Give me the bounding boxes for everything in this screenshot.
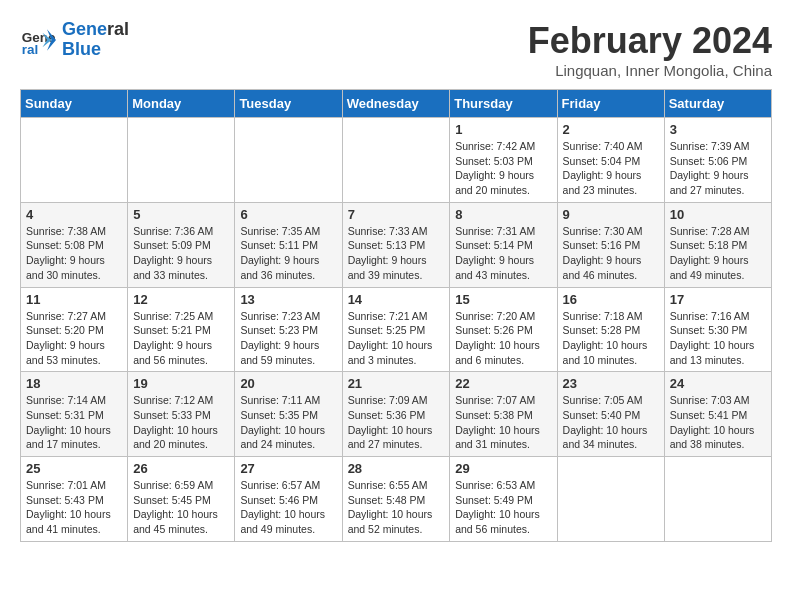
day-info: Sunrise: 7:21 AM Sunset: 5:25 PM Dayligh… [348, 309, 445, 368]
day-number: 21 [348, 376, 445, 391]
calendar-header-tuesday: Tuesday [235, 90, 342, 118]
calendar-cell: 26Sunrise: 6:59 AM Sunset: 5:45 PM Dayli… [128, 457, 235, 542]
day-info: Sunrise: 7:05 AM Sunset: 5:40 PM Dayligh… [563, 393, 659, 452]
calendar-cell: 24Sunrise: 7:03 AM Sunset: 5:41 PM Dayli… [664, 372, 771, 457]
day-number: 8 [455, 207, 551, 222]
calendar-cell: 13Sunrise: 7:23 AM Sunset: 5:23 PM Dayli… [235, 287, 342, 372]
day-info: Sunrise: 7:12 AM Sunset: 5:33 PM Dayligh… [133, 393, 229, 452]
day-info: Sunrise: 7:38 AM Sunset: 5:08 PM Dayligh… [26, 224, 122, 283]
day-number: 28 [348, 461, 445, 476]
day-number: 11 [26, 292, 122, 307]
day-number: 17 [670, 292, 766, 307]
page-header: Gene ral GeneralBlue February 2024 Lingq… [20, 20, 772, 79]
day-info: Sunrise: 7:42 AM Sunset: 5:03 PM Dayligh… [455, 139, 551, 198]
calendar-cell: 16Sunrise: 7:18 AM Sunset: 5:28 PM Dayli… [557, 287, 664, 372]
calendar-cell: 4Sunrise: 7:38 AM Sunset: 5:08 PM Daylig… [21, 202, 128, 287]
title-block: February 2024 Lingquan, Inner Mongolia, … [528, 20, 772, 79]
day-info: Sunrise: 7:31 AM Sunset: 5:14 PM Dayligh… [455, 224, 551, 283]
day-number: 13 [240, 292, 336, 307]
calendar-cell [557, 457, 664, 542]
svg-text:ral: ral [22, 42, 39, 57]
calendar-cell: 11Sunrise: 7:27 AM Sunset: 5:20 PM Dayli… [21, 287, 128, 372]
calendar-cell: 7Sunrise: 7:33 AM Sunset: 5:13 PM Daylig… [342, 202, 450, 287]
day-number: 29 [455, 461, 551, 476]
calendar-cell: 19Sunrise: 7:12 AM Sunset: 5:33 PM Dayli… [128, 372, 235, 457]
day-info: Sunrise: 6:55 AM Sunset: 5:48 PM Dayligh… [348, 478, 445, 537]
calendar-cell: 8Sunrise: 7:31 AM Sunset: 5:14 PM Daylig… [450, 202, 557, 287]
calendar-header-thursday: Thursday [450, 90, 557, 118]
day-info: Sunrise: 7:25 AM Sunset: 5:21 PM Dayligh… [133, 309, 229, 368]
day-info: Sunrise: 7:03 AM Sunset: 5:41 PM Dayligh… [670, 393, 766, 452]
calendar-cell: 29Sunrise: 6:53 AM Sunset: 5:49 PM Dayli… [450, 457, 557, 542]
calendar-cell: 27Sunrise: 6:57 AM Sunset: 5:46 PM Dayli… [235, 457, 342, 542]
day-info: Sunrise: 7:35 AM Sunset: 5:11 PM Dayligh… [240, 224, 336, 283]
day-number: 19 [133, 376, 229, 391]
logo-blue: Blue [62, 39, 101, 59]
calendar-week-4: 18Sunrise: 7:14 AM Sunset: 5:31 PM Dayli… [21, 372, 772, 457]
calendar-cell: 14Sunrise: 7:21 AM Sunset: 5:25 PM Dayli… [342, 287, 450, 372]
calendar-cell [128, 118, 235, 203]
calendar-cell: 3Sunrise: 7:39 AM Sunset: 5:06 PM Daylig… [664, 118, 771, 203]
calendar-header-wednesday: Wednesday [342, 90, 450, 118]
day-info: Sunrise: 7:20 AM Sunset: 5:26 PM Dayligh… [455, 309, 551, 368]
calendar-header-row: SundayMondayTuesdayWednesdayThursdayFrid… [21, 90, 772, 118]
calendar-cell: 5Sunrise: 7:36 AM Sunset: 5:09 PM Daylig… [128, 202, 235, 287]
day-info: Sunrise: 7:18 AM Sunset: 5:28 PM Dayligh… [563, 309, 659, 368]
day-info: Sunrise: 7:14 AM Sunset: 5:31 PM Dayligh… [26, 393, 122, 452]
logo: Gene ral GeneralBlue [20, 20, 129, 60]
calendar-week-5: 25Sunrise: 7:01 AM Sunset: 5:43 PM Dayli… [21, 457, 772, 542]
day-number: 20 [240, 376, 336, 391]
calendar-header-friday: Friday [557, 90, 664, 118]
calendar-cell: 10Sunrise: 7:28 AM Sunset: 5:18 PM Dayli… [664, 202, 771, 287]
calendar-cell: 2Sunrise: 7:40 AM Sunset: 5:04 PM Daylig… [557, 118, 664, 203]
calendar-cell [21, 118, 128, 203]
calendar-header-sunday: Sunday [21, 90, 128, 118]
day-number: 10 [670, 207, 766, 222]
calendar-header-monday: Monday [128, 90, 235, 118]
calendar-cell: 9Sunrise: 7:30 AM Sunset: 5:16 PM Daylig… [557, 202, 664, 287]
day-number: 2 [563, 122, 659, 137]
calendar-cell [664, 457, 771, 542]
calendar-cell: 20Sunrise: 7:11 AM Sunset: 5:35 PM Dayli… [235, 372, 342, 457]
day-info: Sunrise: 6:59 AM Sunset: 5:45 PM Dayligh… [133, 478, 229, 537]
day-number: 9 [563, 207, 659, 222]
calendar-cell: 6Sunrise: 7:35 AM Sunset: 5:11 PM Daylig… [235, 202, 342, 287]
day-number: 5 [133, 207, 229, 222]
calendar-cell: 12Sunrise: 7:25 AM Sunset: 5:21 PM Dayli… [128, 287, 235, 372]
day-info: Sunrise: 7:09 AM Sunset: 5:36 PM Dayligh… [348, 393, 445, 452]
calendar-cell: 22Sunrise: 7:07 AM Sunset: 5:38 PM Dayli… [450, 372, 557, 457]
day-info: Sunrise: 7:27 AM Sunset: 5:20 PM Dayligh… [26, 309, 122, 368]
calendar-header-saturday: Saturday [664, 90, 771, 118]
calendar-cell [342, 118, 450, 203]
calendar-cell: 1Sunrise: 7:42 AM Sunset: 5:03 PM Daylig… [450, 118, 557, 203]
day-info: Sunrise: 7:33 AM Sunset: 5:13 PM Dayligh… [348, 224, 445, 283]
day-info: Sunrise: 7:40 AM Sunset: 5:04 PM Dayligh… [563, 139, 659, 198]
day-info: Sunrise: 7:01 AM Sunset: 5:43 PM Dayligh… [26, 478, 122, 537]
day-number: 6 [240, 207, 336, 222]
calendar-cell: 25Sunrise: 7:01 AM Sunset: 5:43 PM Dayli… [21, 457, 128, 542]
month-title: February 2024 [528, 20, 772, 62]
day-info: Sunrise: 7:30 AM Sunset: 5:16 PM Dayligh… [563, 224, 659, 283]
day-number: 14 [348, 292, 445, 307]
calendar-cell: 28Sunrise: 6:55 AM Sunset: 5:48 PM Dayli… [342, 457, 450, 542]
day-number: 27 [240, 461, 336, 476]
calendar-week-1: 1Sunrise: 7:42 AM Sunset: 5:03 PM Daylig… [21, 118, 772, 203]
calendar-cell: 23Sunrise: 7:05 AM Sunset: 5:40 PM Dayli… [557, 372, 664, 457]
day-info: Sunrise: 7:28 AM Sunset: 5:18 PM Dayligh… [670, 224, 766, 283]
day-number: 4 [26, 207, 122, 222]
day-info: Sunrise: 7:39 AM Sunset: 5:06 PM Dayligh… [670, 139, 766, 198]
day-info: Sunrise: 7:16 AM Sunset: 5:30 PM Dayligh… [670, 309, 766, 368]
day-number: 1 [455, 122, 551, 137]
day-info: Sunrise: 7:07 AM Sunset: 5:38 PM Dayligh… [455, 393, 551, 452]
day-number: 23 [563, 376, 659, 391]
day-info: Sunrise: 7:36 AM Sunset: 5:09 PM Dayligh… [133, 224, 229, 283]
calendar-cell [235, 118, 342, 203]
day-info: Sunrise: 6:53 AM Sunset: 5:49 PM Dayligh… [455, 478, 551, 537]
day-number: 7 [348, 207, 445, 222]
location: Lingquan, Inner Mongolia, China [528, 62, 772, 79]
calendar-week-2: 4Sunrise: 7:38 AM Sunset: 5:08 PM Daylig… [21, 202, 772, 287]
calendar-cell: 21Sunrise: 7:09 AM Sunset: 5:36 PM Dayli… [342, 372, 450, 457]
calendar-cell: 18Sunrise: 7:14 AM Sunset: 5:31 PM Dayli… [21, 372, 128, 457]
day-number: 18 [26, 376, 122, 391]
day-number: 22 [455, 376, 551, 391]
